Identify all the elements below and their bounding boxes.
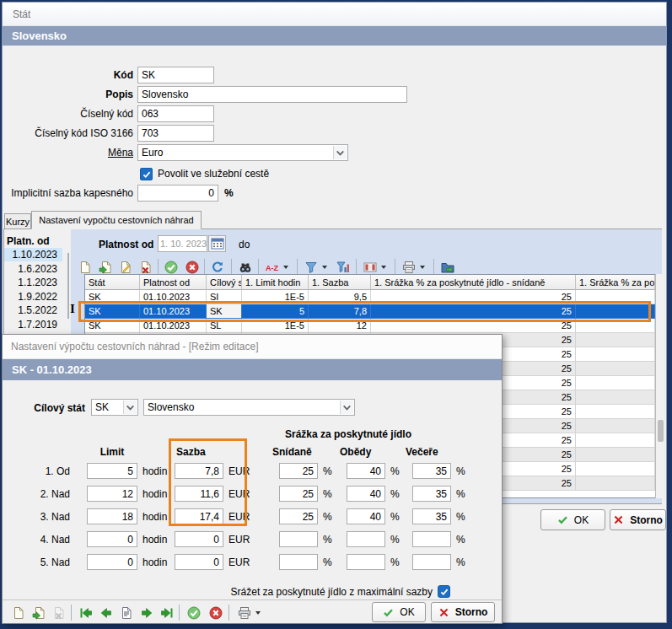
vecere-field[interactable]: 35 xyxy=(412,486,451,502)
dialog-ok-button[interactable]: OK xyxy=(372,602,426,622)
last-record-button[interactable] xyxy=(158,604,175,621)
sazba-field[interactable]: 0 xyxy=(175,531,223,547)
accept-button[interactable] xyxy=(162,258,180,276)
snidane-field[interactable] xyxy=(279,554,318,570)
popis-field[interactable]: Slovensko xyxy=(137,86,407,103)
dialog-cancel-button[interactable] xyxy=(207,604,224,621)
cilovy-stat-code-combobox[interactable]: SK xyxy=(91,399,138,416)
print-dropdown-arrow[interactable] xyxy=(254,604,262,621)
list-item-date[interactable]: 1.7.2019 xyxy=(4,318,62,331)
refresh-button[interactable] xyxy=(208,258,226,276)
dialog-storno-label: Storno xyxy=(455,606,488,618)
sort-button[interactable]: A-Z xyxy=(263,258,281,276)
iso-kod-field[interactable]: 703 xyxy=(137,125,214,142)
table-scrollbar[interactable] xyxy=(655,274,664,498)
row-label: 1. Od xyxy=(11,464,70,479)
column-header[interactable]: Platnost od xyxy=(140,275,207,290)
column-header[interactable]: 1. Srážka % za pos xyxy=(576,275,655,290)
snidane-field[interactable]: 25 xyxy=(279,508,318,524)
sazba-field[interactable]: 0 xyxy=(175,554,223,570)
previous-record-button[interactable] xyxy=(97,604,115,621)
row-label: 3. Nad xyxy=(11,509,70,524)
toolbar-separator xyxy=(179,605,180,621)
dialog-accept-button[interactable] xyxy=(185,604,202,621)
dialog-titlebar[interactable]: Nastavení výpočtu cestovních náhrad - [R… xyxy=(3,335,502,359)
grid-header-row: Stát Platnost od Cílový stat 1. Limit ho… xyxy=(85,275,655,290)
columns-button[interactable] xyxy=(361,258,379,276)
copy-record-button[interactable] xyxy=(96,258,114,276)
dialog-delete-button[interactable] xyxy=(50,604,67,621)
list-item-date[interactable]: 1.5.2022 xyxy=(4,304,62,317)
cilovy-stat-name-combobox[interactable]: Slovensko xyxy=(143,399,355,416)
pct-unit: % xyxy=(323,464,332,479)
first-record-button[interactable] xyxy=(77,604,94,621)
ok-button[interactable]: OK xyxy=(540,509,605,530)
cancel-button[interactable] xyxy=(183,258,201,276)
obedy-field[interactable]: 40 xyxy=(347,508,385,524)
column-header[interactable]: 1. Sazba xyxy=(309,275,371,290)
ciselny-kod-field[interactable]: 063 xyxy=(137,105,214,122)
mena-label[interactable]: Měna xyxy=(0,144,133,161)
povolit-checkbox[interactable] xyxy=(140,168,153,180)
tab-kurzy[interactable]: Kurzy xyxy=(4,213,31,229)
limit-field[interactable]: 5 xyxy=(87,463,137,479)
export-button[interactable] xyxy=(438,258,456,276)
edit-record-button[interactable] xyxy=(116,258,134,276)
print-dropdown-arrow[interactable] xyxy=(418,258,427,276)
limit-field[interactable]: 0 xyxy=(87,554,137,570)
calendar-button[interactable] xyxy=(208,235,226,252)
list-item-date[interactable]: 1.1.2023 xyxy=(4,276,62,289)
kod-field[interactable]: SK xyxy=(137,67,214,83)
filter-dropdown-arrow[interactable] xyxy=(320,258,329,276)
list-item-date[interactable]: 1.6.2023 xyxy=(4,262,62,276)
delete-record-button[interactable] xyxy=(137,258,154,276)
limit-field[interactable]: 0 xyxy=(87,531,137,547)
cilovy-name-dropdown-button[interactable] xyxy=(340,401,353,414)
srazet-checkbox[interactable] xyxy=(438,585,450,598)
vecere-field[interactable] xyxy=(412,531,451,547)
dialog-storno-button[interactable]: Storno xyxy=(431,602,495,622)
filter-stats-button[interactable] xyxy=(334,258,352,276)
column-header[interactable]: 1. Srážka % za poskytnuté jídlo - snídan… xyxy=(371,275,576,290)
implicitni-field[interactable]: 0 xyxy=(137,185,218,202)
obedy-field[interactable]: 40 xyxy=(347,463,385,479)
hodin-unit: hodin xyxy=(142,555,167,570)
record-list-button[interactable] xyxy=(117,604,135,621)
list-item-date[interactable]: 1.9.2022 xyxy=(4,290,62,304)
platnost-od-filter-input[interactable]: 1. 10. 2023 xyxy=(158,235,207,252)
list-item-date[interactable]: 1.10.2023 xyxy=(4,248,62,261)
snidane-field[interactable] xyxy=(279,531,318,547)
dialog-copy-button[interactable] xyxy=(30,604,47,621)
tab-nastaveni[interactable]: Nastavení vypočtu cestovních náhrad xyxy=(31,211,202,229)
column-header[interactable]: Cílový stat xyxy=(207,275,242,290)
print-button[interactable] xyxy=(400,258,417,276)
dialog-new-button[interactable] xyxy=(9,604,27,621)
next-record-button[interactable] xyxy=(137,604,155,621)
vecere-field[interactable]: 35 xyxy=(412,508,451,524)
vecere-field[interactable]: 35 xyxy=(412,463,451,479)
cilovy-code-dropdown-button[interactable] xyxy=(123,401,137,414)
new-record-button[interactable] xyxy=(76,258,94,276)
filter-button[interactable] xyxy=(302,258,320,276)
obedy-field[interactable] xyxy=(347,554,385,570)
mena-combobox[interactable]: Euro xyxy=(137,144,348,161)
obedy-field[interactable]: 40 xyxy=(347,486,385,502)
main-window-titlebar[interactable]: Stát xyxy=(3,3,666,26)
column-header[interactable]: Stát xyxy=(85,275,140,290)
obedy-field[interactable] xyxy=(347,531,385,547)
list-scrollbar[interactable] xyxy=(67,253,69,319)
dialog-toolbar-divider xyxy=(3,599,502,600)
sort-dropdown-arrow[interactable] xyxy=(282,258,290,276)
table-scrollbar-thumb[interactable] xyxy=(658,420,664,442)
snidane-field[interactable]: 25 xyxy=(279,486,318,502)
dialog-print-button[interactable] xyxy=(235,604,253,621)
search-button[interactable] xyxy=(236,258,254,276)
storno-button[interactable]: Storno xyxy=(610,509,666,530)
vecere-field[interactable] xyxy=(412,554,451,570)
snidane-field[interactable]: 25 xyxy=(279,463,318,479)
columns-dropdown-arrow[interactable] xyxy=(379,258,388,276)
limit-field[interactable]: 18 xyxy=(87,508,137,524)
column-header[interactable]: 1. Limit hodin xyxy=(242,275,309,290)
limit-field[interactable]: 12 xyxy=(87,486,137,502)
mena-dropdown-button[interactable] xyxy=(333,146,347,159)
